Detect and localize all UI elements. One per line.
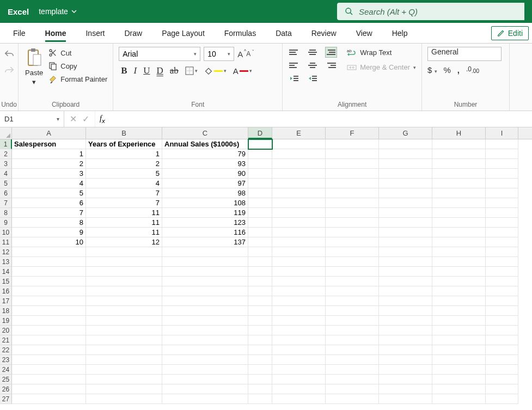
cancel-formula-button[interactable]: ✕ xyxy=(70,114,77,124)
cell[interactable] xyxy=(486,384,518,394)
cell[interactable] xyxy=(272,247,326,257)
tab-view[interactable]: View xyxy=(346,25,382,41)
decrease-font-button[interactable]: A xyxy=(246,50,250,58)
tab-data[interactable]: Data xyxy=(266,25,302,41)
row-header[interactable]: 21 xyxy=(0,335,12,345)
row-header[interactable]: 6 xyxy=(0,188,12,198)
row-header[interactable]: 2 xyxy=(0,149,12,159)
cell[interactable] xyxy=(12,316,86,326)
cut-button[interactable]: Cut xyxy=(48,48,107,58)
column-header[interactable]: D xyxy=(248,127,272,139)
cell[interactable] xyxy=(12,365,86,375)
cell[interactable] xyxy=(162,247,248,257)
font-name-select[interactable]: Arial▾ xyxy=(119,47,200,61)
formula-input[interactable] xyxy=(109,115,532,123)
row-header[interactable]: 19 xyxy=(0,316,12,326)
cell[interactable] xyxy=(272,169,326,179)
cell[interactable] xyxy=(326,159,379,169)
cell[interactable] xyxy=(326,188,379,198)
cell[interactable] xyxy=(272,375,326,384)
cell[interactable] xyxy=(86,247,162,257)
cell[interactable] xyxy=(162,277,248,286)
row-header[interactable]: 22 xyxy=(0,345,12,355)
cell[interactable] xyxy=(272,159,326,169)
cell[interactable] xyxy=(379,365,432,375)
cell[interactable]: 7 xyxy=(86,188,162,198)
cell[interactable]: 7 xyxy=(12,208,86,218)
cell[interactable] xyxy=(162,316,248,326)
cell[interactable] xyxy=(12,345,86,355)
double-underline-button[interactable]: D xyxy=(157,65,163,76)
cell[interactable] xyxy=(86,335,162,345)
cell[interactable] xyxy=(326,306,379,316)
cell[interactable] xyxy=(432,394,486,404)
cell[interactable] xyxy=(379,208,432,218)
row-header[interactable]: 3 xyxy=(0,159,12,169)
cell[interactable] xyxy=(272,355,326,365)
column-header[interactable]: A xyxy=(12,127,86,139)
cell[interactable] xyxy=(162,267,248,277)
cell[interactable] xyxy=(326,169,379,179)
cell[interactable] xyxy=(432,306,486,316)
cell[interactable] xyxy=(326,267,379,277)
increase-font-button[interactable]: A xyxy=(237,50,243,59)
tab-help[interactable]: Help xyxy=(382,25,418,41)
cell[interactable]: 116 xyxy=(162,228,248,237)
cell[interactable] xyxy=(326,335,379,345)
cell[interactable] xyxy=(326,345,379,355)
row-header[interactable]: 11 xyxy=(0,237,12,247)
cell[interactable] xyxy=(432,247,486,257)
cell[interactable] xyxy=(432,365,486,375)
cell[interactable] xyxy=(379,218,432,228)
cell[interactable] xyxy=(326,355,379,365)
cell[interactable] xyxy=(379,375,432,384)
cell[interactable]: 2 xyxy=(86,159,162,169)
cell[interactable] xyxy=(12,247,86,257)
cell[interactable] xyxy=(486,218,518,228)
row-header[interactable]: 14 xyxy=(0,267,12,277)
cell[interactable] xyxy=(86,326,162,335)
cell[interactable] xyxy=(326,237,379,247)
cell[interactable]: Years of Experience xyxy=(86,139,162,149)
cell[interactable] xyxy=(248,345,272,355)
cell[interactable] xyxy=(248,237,272,247)
cell[interactable]: 2 xyxy=(12,159,86,169)
tab-review[interactable]: Review xyxy=(302,25,346,41)
cell[interactable] xyxy=(272,296,326,306)
cell[interactable]: 97 xyxy=(162,179,248,188)
decrease-indent-button[interactable] xyxy=(288,73,300,84)
cell[interactable] xyxy=(379,326,432,335)
cell[interactable]: 3 xyxy=(12,169,86,179)
cell[interactable] xyxy=(12,267,86,277)
cell[interactable] xyxy=(12,384,86,394)
align-middle-button[interactable] xyxy=(307,47,319,58)
cell[interactable] xyxy=(326,247,379,257)
align-center-button[interactable] xyxy=(307,60,319,71)
cell[interactable] xyxy=(432,198,486,208)
column-header[interactable]: G xyxy=(379,127,432,139)
cell[interactable]: 1 xyxy=(12,149,86,159)
row-header[interactable]: 9 xyxy=(0,218,12,228)
cell[interactable]: 137 xyxy=(162,237,248,247)
cell[interactable] xyxy=(248,286,272,296)
cell[interactable] xyxy=(379,169,432,179)
cell[interactable] xyxy=(248,375,272,384)
cell[interactable]: 10 xyxy=(12,237,86,247)
cell[interactable] xyxy=(248,277,272,286)
row-header[interactable]: 15 xyxy=(0,277,12,286)
strikethrough-button[interactable]: ab xyxy=(170,65,179,76)
cell[interactable] xyxy=(379,267,432,277)
row-header[interactable]: 1 xyxy=(0,139,12,149)
cell[interactable] xyxy=(162,355,248,365)
cell[interactable] xyxy=(248,247,272,257)
cell[interactable]: 11 xyxy=(86,208,162,218)
cell[interactable] xyxy=(486,296,518,306)
cell[interactable] xyxy=(379,149,432,159)
cell[interactable] xyxy=(379,335,432,345)
cell[interactable] xyxy=(486,237,518,247)
cell[interactable]: 93 xyxy=(162,159,248,169)
cell[interactable]: 90 xyxy=(162,169,248,179)
row-header[interactable]: 25 xyxy=(0,375,12,384)
align-left-button[interactable] xyxy=(288,60,300,71)
cell[interactable] xyxy=(248,306,272,316)
